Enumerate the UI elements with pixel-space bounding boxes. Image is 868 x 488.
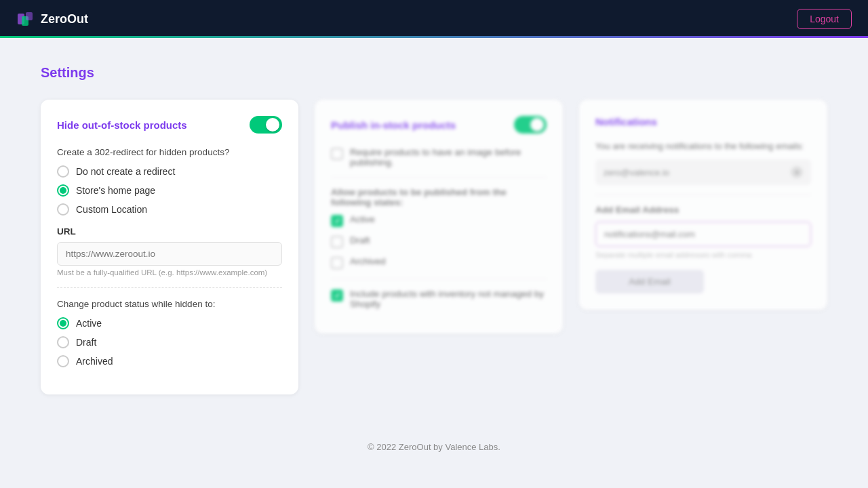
existing-email-block: zero@valence.io ✕ xyxy=(595,159,811,185)
add-email-label: Add Email Address xyxy=(595,205,811,215)
url-label: URL xyxy=(57,226,282,237)
state-archived-check xyxy=(331,257,343,269)
card-1-title: Hide out-of-stock products xyxy=(57,119,187,131)
redirect-option-no-redirect[interactable]: Do not create a redirect xyxy=(57,165,282,178)
logo-text: ZeroOut xyxy=(41,12,88,26)
include-unmanaged-check xyxy=(331,289,343,302)
card-header-1: Hide out-of-stock products xyxy=(57,116,282,134)
card-notifications: Notifications You are receiving notifica… xyxy=(579,100,827,310)
require-image-label: Require products to have an image before… xyxy=(350,147,547,167)
redirect-option-custom[interactable]: Custom Location xyxy=(57,203,282,216)
notifications-description: You are receiving notifications to the f… xyxy=(595,141,811,151)
state-draft-label: Draft xyxy=(350,235,370,245)
url-hint: Must be a fully-qualified URL (e.g. http… xyxy=(57,268,282,277)
logout-button[interactable]: Logout xyxy=(797,9,852,29)
footer-text: © 2022 ZeroOut by Valence Labs. xyxy=(368,442,500,452)
state-archived-label: Archived xyxy=(350,256,386,266)
logo: ZeroOut xyxy=(16,9,88,28)
radio-home-page xyxy=(57,184,69,197)
redirect-option-home-page[interactable]: Store's home page xyxy=(57,184,282,197)
radio-active xyxy=(57,317,69,329)
card-divider xyxy=(57,287,282,288)
state-active-label: Active xyxy=(350,214,375,224)
require-image-row: Require products to have an image before… xyxy=(331,147,547,167)
status-option-active[interactable]: Active xyxy=(57,317,282,329)
card-3-title: Notifications xyxy=(595,116,657,127)
redirect-option-no-redirect-label: Do not create a redirect xyxy=(76,166,175,177)
card-2-title: Publish in-stock products xyxy=(331,119,456,131)
app-header: ZeroOut Logout xyxy=(0,0,868,38)
card-2-body: Require products to have an image before… xyxy=(331,147,547,309)
url-input[interactable] xyxy=(57,242,282,266)
status-label: Change product status while hidden to: xyxy=(57,299,282,309)
status-option-archived[interactable]: Archived xyxy=(57,355,282,367)
sep-3 xyxy=(595,195,811,195)
card-header-3: Notifications xyxy=(595,116,811,127)
cards-row: Hide out-of-stock products Create a 302-… xyxy=(41,100,827,394)
redirect-radio-group: Do not create a redirect Store's home pa… xyxy=(57,165,282,216)
card-publish-in-stock: Publish in-stock products Require produc… xyxy=(315,100,563,333)
add-email-button: Add Email xyxy=(595,270,704,293)
state-draft-check xyxy=(331,236,343,248)
email-input xyxy=(595,222,811,247)
remove-email-btn: ✕ xyxy=(791,166,803,178)
redirect-question: Create a 302-redirect for hidden product… xyxy=(57,147,282,157)
logo-icon xyxy=(16,9,35,28)
svg-rect-2 xyxy=(26,12,33,20)
status-radio-group: Active Draft Archived xyxy=(57,317,282,367)
sep-2 xyxy=(331,279,547,279)
state-draft-row: Draft xyxy=(331,235,547,248)
card-3-body: You are receiving notifications to the f… xyxy=(595,141,811,293)
publish-in-stock-toggle xyxy=(514,116,547,134)
main-content: Settings Hide out-of-stock products Crea… xyxy=(0,38,868,422)
redirect-option-home-page-label: Store's home page xyxy=(76,185,155,196)
radio-draft xyxy=(57,336,69,348)
state-archived-row: Archived xyxy=(331,256,547,269)
hide-out-of-stock-toggle[interactable] xyxy=(250,116,282,134)
allow-states-label: Allow products to be published from the … xyxy=(331,187,547,207)
card-header-2: Publish in-stock products xyxy=(331,116,547,134)
sep-1 xyxy=(331,177,547,178)
page-title: Settings xyxy=(41,65,827,81)
redirect-option-custom-label: Custom Location xyxy=(76,204,147,215)
card-hide-out-of-stock: Hide out-of-stock products Create a 302-… xyxy=(41,100,298,394)
radio-archived xyxy=(57,355,69,367)
footer: © 2022 ZeroOut by Valence Labs. xyxy=(0,422,868,472)
require-image-checkbox xyxy=(331,148,343,160)
status-option-draft[interactable]: Draft xyxy=(57,336,282,348)
state-active-check xyxy=(331,215,343,227)
include-unmanaged-row: Include products with inventory not mana… xyxy=(331,289,547,309)
status-draft-label: Draft xyxy=(76,337,96,348)
radio-custom-location xyxy=(57,203,69,216)
state-active-row: Active xyxy=(331,214,547,227)
status-active-label: Active xyxy=(76,318,102,329)
existing-email: zero@valence.io xyxy=(604,167,669,178)
email-hint: Separate multiple email addresses with c… xyxy=(595,251,811,259)
radio-no-redirect xyxy=(57,165,69,178)
status-archived-label: Archived xyxy=(76,356,113,367)
include-unmanaged-label: Include products with inventory not mana… xyxy=(350,289,547,309)
